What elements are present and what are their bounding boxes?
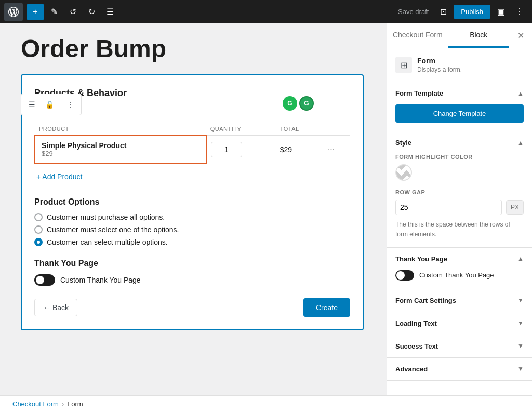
sidebar-form-info-section: ⊞ Form Displays a form. (387, 48, 532, 82)
canvas-area: Order Bump ☰ 🔒 ⋮ G G Products & Behavior… (0, 23, 387, 395)
col-total: Total (276, 123, 324, 136)
quantity-input[interactable] (211, 142, 242, 157)
chevron-down-icon-cart: ▼ (517, 297, 524, 304)
breadcrumb-separator: › (62, 400, 64, 408)
chevron-down-icon-loading: ▼ (517, 320, 524, 327)
radio-3[interactable] (34, 238, 43, 246)
save-draft-button[interactable]: Save draft (394, 6, 433, 18)
sidebar-header: Checkout Form Block ✕ (387, 23, 532, 48)
thank-you-content: Custom Thank You Page (387, 270, 532, 289)
option-2-label: Customer must select one of the options. (47, 225, 179, 234)
advanced-label: Advanced (395, 365, 428, 373)
accordion-form-cart: Form Cart Settings ▼ (387, 289, 532, 312)
option-1-label: Customer must purchase all options. (47, 213, 165, 221)
success-text-header[interactable]: Success Text ▼ (387, 335, 532, 357)
grammarly-icon-2[interactable]: G (299, 96, 314, 111)
product-name-cell: Simple Physical Product $29 (35, 136, 206, 164)
breadcrumb-bar: Checkout Form › Form (0, 395, 532, 412)
form-footer: ← Back Create (34, 298, 350, 317)
form-label: Form (417, 57, 462, 65)
page-title: Order Bump (21, 34, 366, 64)
view-button[interactable]: ⊡ (435, 4, 451, 20)
add-product-label: + Add Product (36, 172, 82, 181)
block-lock-button[interactable]: 🔒 (41, 96, 58, 113)
toolbar-separator (60, 98, 60, 111)
block-move-button[interactable]: ☰ (23, 96, 40, 113)
style-label: Style (395, 139, 411, 147)
editor-icons: G G (283, 96, 314, 111)
tab-checkout-form[interactable]: Checkout Form (387, 23, 448, 48)
accordion-advanced: Advanced ▼ (387, 358, 532, 381)
create-button[interactable]: Create (303, 298, 350, 317)
top-bar: + ✎ ↺ ↻ ☰ Save draft ⊡ Publish ▣ ⋮ (0, 0, 532, 23)
chevron-up-icon-thank-you: ▲ (517, 255, 524, 262)
col-product: Product (35, 123, 206, 136)
thank-you-header[interactable]: Thank You Page ▲ (387, 248, 532, 270)
sidebar-toggle-button[interactable]: ▣ (493, 4, 509, 20)
form-block-icon: ⊞ (395, 57, 412, 73)
sidebar-custom-thank-you-label: Custom Thank You Page (419, 271, 494, 279)
product-name: Simple Physical Product (42, 141, 200, 150)
edit-button[interactable]: ✎ (46, 4, 62, 20)
custom-thank-you-row: Custom Thank You Page (34, 274, 350, 286)
style-content: FORM HIGHLIGHT COLOR ROW GAP PX The this… (387, 154, 532, 247)
sidebar-thank-you-toggle-row: Custom Thank You Page (395, 270, 524, 281)
sidebar-thank-you-toggle[interactable] (395, 270, 414, 281)
form-desc: Displays a form. (417, 66, 462, 73)
radio-1[interactable] (34, 213, 43, 221)
list-view-button[interactable]: ☰ (102, 4, 118, 20)
block-more-button[interactable]: ⋮ (62, 96, 79, 113)
radio-2[interactable] (34, 225, 43, 234)
option-1[interactable]: Customer must purchase all options. (34, 213, 350, 221)
quantity-cell (206, 136, 276, 164)
form-highlight-color-label: FORM HIGHLIGHT COLOR (395, 154, 524, 160)
form-template-header[interactable]: Form Template ▲ (387, 82, 532, 104)
tab-block[interactable]: Block (448, 23, 510, 48)
loading-text-header[interactable]: Loading Text ▼ (387, 312, 532, 335)
main-layout: Order Bump ☰ 🔒 ⋮ G G Products & Behavior… (0, 23, 532, 395)
accordion-success-text: Success Text ▼ (387, 335, 532, 358)
product-more-button[interactable]: ··· (328, 145, 335, 154)
advanced-header[interactable]: Advanced ▼ (387, 358, 532, 380)
product-options-section: Product Options Customer must purchase a… (34, 197, 350, 246)
accordion-style: Style ▲ FORM HIGHLIGHT COLOR ROW GAP PX … (387, 131, 532, 248)
col-quantity: Quantity (206, 123, 276, 136)
product-options-title: Product Options (34, 197, 350, 207)
undo-button[interactable]: ↺ (64, 4, 81, 20)
breadcrumb-checkout-form[interactable]: Checkout Form (12, 400, 59, 408)
chevron-down-icon-advanced: ▼ (517, 365, 524, 373)
table-row: Simple Physical Product $29 $29 ··· (35, 136, 350, 164)
right-sidebar: Checkout Form Block ✕ ⊞ Form Displays a … (387, 23, 532, 395)
thank-you-sidebar-label: Thank You Page (395, 255, 447, 263)
success-text-label: Success Text (395, 342, 438, 350)
thank-you-toggle[interactable] (34, 274, 55, 286)
row-gap-label: ROW GAP (395, 189, 524, 195)
back-button[interactable]: ← Back (34, 299, 77, 316)
change-template-button[interactable]: Change Template (395, 104, 524, 123)
option-2[interactable]: Customer must select one of the options. (34, 225, 350, 234)
loading-text-label: Loading Text (395, 320, 437, 327)
thank-you-title: Thank You Page (34, 259, 350, 268)
chevron-down-icon-success: ▼ (517, 342, 524, 350)
form-info: ⊞ Form Displays a form. (395, 57, 524, 73)
form-cart-header[interactable]: Form Cart Settings ▼ (387, 289, 532, 312)
options-button[interactable]: ⋮ (511, 4, 528, 20)
redo-button[interactable]: ↻ (83, 4, 100, 20)
grammarly-icon-1[interactable]: G (283, 96, 297, 111)
form-template-content: Change Template (387, 104, 532, 131)
add-block-button[interactable]: + (27, 4, 44, 20)
style-header[interactable]: Style ▲ (387, 131, 532, 154)
add-product-button[interactable]: + Add Product (34, 168, 84, 185)
color-picker-preview[interactable] (395, 164, 412, 181)
option-3[interactable]: Customer can select multiple options. (34, 238, 350, 246)
actions-cell: ··· (324, 136, 350, 164)
form-info-text: Form Displays a form. (417, 57, 462, 73)
publish-button[interactable]: Publish (454, 5, 490, 19)
row-gap-helper: The this is the space between the rows o… (395, 221, 510, 238)
option-3-label: Customer can select multiple options. (47, 238, 168, 246)
sidebar-close-button[interactable]: ✕ (511, 26, 530, 45)
row-gap-input[interactable] (395, 200, 502, 215)
accordion-thank-you: Thank You Page ▲ Custom Thank You Page (387, 248, 532, 289)
chevron-up-icon-style: ▲ (517, 139, 524, 147)
wordpress-logo (4, 3, 23, 21)
